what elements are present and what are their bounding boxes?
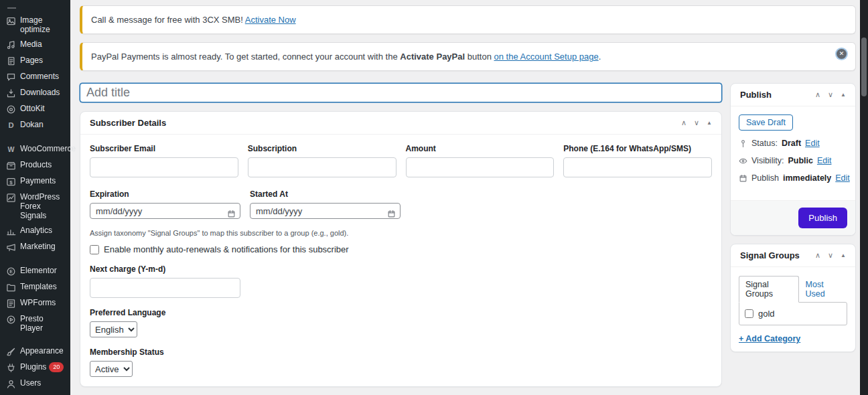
templates-icon <box>6 283 16 293</box>
sidebar-item-wordpress-forex-signals[interactable]: WordPress Forex Signals <box>0 189 70 223</box>
sidebar-item-label: Image optimize <box>20 15 68 34</box>
sidebar-item-elementor[interactable]: E Elementor <box>0 263 70 279</box>
tab-signal-groups[interactable]: Signal Groups <box>739 276 799 303</box>
svg-text:$: $ <box>9 179 13 185</box>
activate-now-link[interactable]: Activate Now <box>245 15 296 25</box>
admin-sidebar: Image optimize Media Pages Comments Down… <box>0 0 70 395</box>
sidebar-item-downloads[interactable]: Downloads <box>0 85 70 101</box>
move-down-icon[interactable]: ∨ <box>828 91 833 98</box>
media-icon <box>6 40 16 50</box>
sidebar-item-label: Templates <box>20 282 57 291</box>
toggle-panel-icon[interactable]: ▲ <box>841 252 846 259</box>
amount-input[interactable] <box>406 157 555 177</box>
toggle-panel-icon[interactable]: ▲ <box>707 119 712 127</box>
sidebar-item-label: WordPress Forex Signals <box>20 192 68 220</box>
amount-label: Amount <box>406 144 555 153</box>
post-title-input[interactable] <box>80 83 722 102</box>
sidebar-item-media[interactable]: Media <box>0 37 70 53</box>
metabox-title: Subscriber Details <box>90 118 166 128</box>
add-category-link[interactable]: + Add Category <box>739 334 800 343</box>
sidebar-item-label: Pages <box>20 56 43 65</box>
sidebar-item-analytics[interactable]: Analytics <box>0 223 70 239</box>
sidebar-item-presto-player[interactable]: Presto Player <box>0 311 70 335</box>
subscription-input[interactable] <box>248 157 396 177</box>
move-up-icon[interactable]: ∧ <box>815 252 820 259</box>
sidebar-item-label: Payments <box>20 176 56 185</box>
woocommerce-icon: W <box>6 145 16 155</box>
next-charge-input[interactable] <box>90 278 240 298</box>
sidebar-item-users[interactable]: Users <box>0 376 70 392</box>
category-checkbox[interactable] <box>745 309 753 318</box>
tab-most-used[interactable]: Most Used <box>799 276 847 302</box>
sidebar-item-label: Comments <box>20 72 59 81</box>
plugins-count-badge: 20 <box>49 362 64 372</box>
image-icon <box>6 16 16 26</box>
auto-renewals-checkbox[interactable] <box>90 245 99 254</box>
eye-icon <box>739 157 747 165</box>
calendar-icon[interactable] <box>387 210 396 218</box>
expiration-label: Expiration <box>90 189 240 199</box>
calendar-icon[interactable] <box>227 210 236 218</box>
sidebar-item-image-optimize[interactable]: Image optimize <box>0 13 70 37</box>
scrollbar-track[interactable] <box>860 0 868 395</box>
sidebar-item-wpforms[interactable]: WPForms <box>0 295 70 311</box>
move-up-icon[interactable]: ∧ <box>681 119 686 127</box>
notice-text: Call & message for free with 3CX SMB! <box>91 15 243 25</box>
sidebar-item-label: Dokan <box>20 120 44 129</box>
move-down-icon[interactable]: ∨ <box>828 252 833 259</box>
sidebar-item-ottokit[interactable]: OttoKit <box>0 101 70 117</box>
subscriber-email-label: Subscriber Email <box>90 144 238 153</box>
metabox-header[interactable]: Publish ∧ ∨ ▲ <box>731 84 855 106</box>
status-value: Draft <box>782 139 801 148</box>
sidebar-item-dokan[interactable]: D Dokan <box>0 117 70 133</box>
ottokit-icon <box>6 104 16 114</box>
payments-icon: $ <box>6 177 16 187</box>
sidebar-item-comments[interactable]: Comments <box>0 69 70 85</box>
membership-status-label: Membership Status <box>90 347 712 357</box>
sidebar-item-payments[interactable]: $ Payments <box>0 173 70 189</box>
sidebar-item-tools[interactable]: Tools <box>0 392 70 395</box>
toggle-panel-icon[interactable]: ▲ <box>841 91 846 98</box>
move-up-icon[interactable]: ∧ <box>815 91 820 98</box>
next-charge-label: Next charge (Y-m-d) <box>90 264 712 274</box>
metabox-header[interactable]: Signal Groups ∧ ∨ ▲ <box>731 244 855 267</box>
notice-text: button <box>467 52 492 62</box>
sidebar-item-plugins[interactable]: Plugins20 <box>0 360 70 376</box>
sidebar-item-woocommerce[interactable]: W WooCommerce <box>0 141 70 157</box>
phone-input[interactable] <box>563 157 712 177</box>
subscriber-details-metabox: Subscriber Details ∧ ∨ ▲ Subscriber Emai… <box>80 111 722 387</box>
edit-schedule-link[interactable]: Edit <box>835 173 850 183</box>
sidebar-item-marketing[interactable]: Marketing <box>0 239 70 255</box>
publish-button[interactable]: Publish <box>798 208 847 228</box>
sidebar-item-products[interactable]: Products <box>0 157 70 173</box>
started-at-date-input[interactable] <box>250 203 401 219</box>
pages-icon <box>6 56 16 66</box>
sidebar-item-label: Analytics <box>20 226 52 235</box>
subscription-label: Subscription <box>248 144 396 153</box>
sidebar-item-appearance[interactable]: Appearance <box>0 343 70 360</box>
metabox-header[interactable]: Subscriber Details ∧ ∨ ▲ <box>80 112 721 135</box>
category-item-gold[interactable]: gold <box>745 309 841 319</box>
move-down-icon[interactable]: ∨ <box>694 119 699 127</box>
sidebar-item-label: Presto Player <box>20 314 68 333</box>
phone-label: Phone (E.164 for WhatsApp/SMS) <box>563 144 712 153</box>
save-draft-button[interactable]: Save Draft <box>739 114 793 131</box>
editor-column: Subscriber Details ∧ ∨ ▲ Subscriber Emai… <box>80 83 722 395</box>
sidebar-item-templates[interactable]: Templates <box>0 279 70 295</box>
metabox-title: Publish <box>740 90 772 100</box>
membership-status-select[interactable]: Active <box>90 361 133 377</box>
megaphone-icon <box>6 242 16 252</box>
sidebar-item-pages[interactable]: Pages <box>0 53 70 69</box>
preferred-language-select[interactable]: English <box>90 321 137 337</box>
schedule-label: Publish <box>751 173 779 183</box>
dismiss-notice-icon[interactable]: ✕ <box>837 49 847 59</box>
account-setup-link[interactable]: on the Account Setup page <box>494 52 599 62</box>
edit-status-link[interactable]: Edit <box>805 139 820 148</box>
plugins-icon <box>6 363 16 373</box>
pin-icon <box>739 139 747 148</box>
edit-visibility-link[interactable]: Edit <box>817 156 832 165</box>
expiration-date-input[interactable] <box>90 203 240 219</box>
subscriber-email-input[interactable] <box>90 157 238 177</box>
scrollbar-thumb[interactable] <box>861 37 867 96</box>
calendar-icon <box>739 174 747 183</box>
